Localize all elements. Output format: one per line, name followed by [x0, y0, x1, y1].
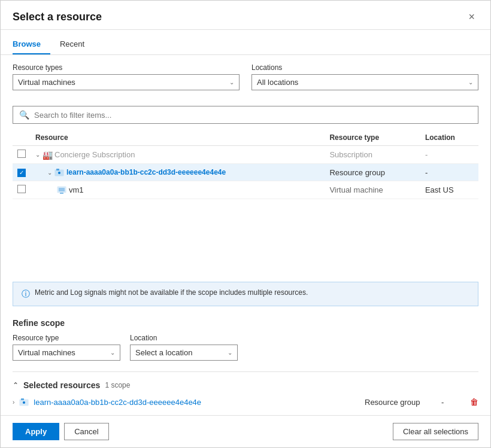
collapse-icon[interactable]: ⌃ — [13, 381, 19, 389]
filters-row: Resource types Virtual machines ⌄ Locati… — [13, 63, 478, 90]
resource-group-icon — [19, 397, 29, 407]
resource-type-cell: Resource group — [325, 164, 420, 181]
dialog-body: Browse Recent Resource types Virtual mac… — [1, 30, 490, 415]
resource-name-cell: ⌄ 🏭 Concierge Subscription — [31, 146, 325, 164]
svg-point-2 — [58, 172, 60, 174]
dialog-title: Select a resource — [13, 11, 102, 23]
dialog-footer: Apply Cancel Clear all selections — [1, 415, 490, 447]
filters-section: Resource types Virtual machines ⌄ Locati… — [1, 55, 490, 106]
info-banner: ⓘ Metric and Log signals might not be av… — [13, 282, 478, 306]
refine-resource-type-value: Virtual machines — [18, 348, 75, 357]
svg-rect-5 — [59, 188, 65, 191]
locations-dropdown[interactable]: All locations ⌄ — [251, 74, 478, 90]
refine-resource-type-chevron-icon: ⌄ — [110, 349, 115, 356]
footer-left-buttons: Apply Cancel — [13, 423, 109, 440]
cancel-button[interactable]: Cancel — [64, 423, 108, 440]
row-checkbox[interactable] — [17, 169, 26, 177]
resource-cell: ⌄ 🏭 Concierge Subscription — [35, 150, 320, 160]
selected-resources-header: ⌃ Selected resources 1 scope — [13, 380, 478, 390]
refine-location-filter: Location Select a location ⌄ — [130, 334, 238, 361]
row-checkbox[interactable] — [17, 185, 26, 193]
resource-name-cell: ⌄ learn-aaaa0a0a-bb1b-cc2c-dd3d-eeeeee4e… — [31, 164, 325, 181]
locations-label: Locations — [251, 63, 478, 72]
resource-col-header: Resource — [31, 130, 325, 146]
close-button[interactable]: × — [465, 10, 478, 23]
resource-cell: ⌄ learn-aaaa0a0a-bb1b-cc2c-dd3d-eeeeee4e… — [35, 167, 320, 177]
tab-browse[interactable]: Browse — [13, 35, 50, 54]
checkbox-col-header — [13, 130, 31, 146]
svg-rect-4 — [60, 193, 63, 194]
row-checkbox[interactable] — [17, 150, 26, 158]
search-input[interactable] — [34, 111, 472, 120]
resource-types-filter: Resource types Virtual machines ⌄ — [13, 63, 240, 90]
resource-name: Concierge Subscription — [54, 150, 135, 159]
location-cell: - — [420, 146, 478, 164]
clear-all-button[interactable]: Clear all selections — [393, 423, 478, 440]
refine-resource-type-dropdown[interactable]: Virtual machines ⌄ — [13, 345, 120, 361]
location-cell: - — [420, 164, 478, 181]
table-header-row: Resource Resource type Location — [13, 130, 478, 146]
refine-scope-title: Refine scope — [13, 318, 478, 328]
apply-button[interactable]: Apply — [13, 423, 59, 440]
row-checkbox-cell[interactable] — [13, 164, 31, 181]
table-container: Resource Resource type Location ⌄ — [1, 130, 490, 199]
row-checkbox-cell[interactable] — [13, 181, 31, 199]
selected-resource-type: Resource group — [365, 398, 437, 407]
resources-table: Resource Resource type Location ⌄ — [13, 130, 478, 199]
expand-icon: ⌄ — [35, 151, 40, 158]
location-col-header: Location — [420, 130, 478, 146]
resource-type-cell: Virtual machine — [325, 181, 420, 199]
scope-badge: 1 scope — [105, 381, 130, 389]
locations-value: All locations — [257, 78, 298, 87]
resource-name-cell: vm1 — [31, 181, 325, 199]
refine-location-label: Location — [130, 334, 238, 342]
select-resource-dialog: Select a resource × Browse Recent Resour… — [0, 0, 491, 448]
tab-recent[interactable]: Recent — [60, 35, 94, 54]
refine-location-chevron-icon: ⌄ — [228, 349, 232, 356]
delete-selected-resource-icon[interactable]: 🗑 — [470, 397, 478, 407]
resource-cell: vm1 — [35, 185, 320, 195]
resource-type-cell: Subscription — [325, 146, 420, 164]
refine-resource-type-label: Resource type — [13, 334, 120, 342]
table-row: vm1 Virtual machine East US — [13, 181, 478, 199]
selected-resources-title: Selected resources — [23, 380, 100, 390]
table-row: ⌄ 🏭 Concierge Subscription Subscription … — [13, 146, 478, 164]
info-message: Metric and Log signals might not be avai… — [35, 288, 308, 297]
search-icon: 🔍 — [19, 110, 29, 120]
resource-types-value: Virtual machines — [18, 78, 75, 87]
refine-filters-row: Resource type Virtual machines ⌄ Locatio… — [13, 334, 478, 361]
resource-types-label: Resource types — [13, 63, 240, 72]
locations-chevron-icon: ⌄ — [468, 79, 473, 86]
selected-resources-section: ⌃ Selected resources 1 scope › learn-aaa… — [1, 374, 490, 415]
divider — [13, 371, 478, 372]
refine-location-value: Select a location — [135, 348, 192, 357]
search-box: 🔍 — [13, 106, 478, 124]
svg-rect-7 — [21, 398, 24, 400]
locations-filter: Locations All locations ⌄ — [251, 63, 478, 90]
resource-name: vm1 — [69, 185, 84, 194]
svg-rect-1 — [56, 169, 59, 170]
expand-icon[interactable]: › — [13, 399, 14, 406]
selected-resource-row: › learn-aaaa0a0a-bb1b-cc2c-dd3d-eeeeee4e… — [13, 395, 478, 409]
resource-group-icon — [54, 167, 64, 177]
table-row: ⌄ learn-aaaa0a0a-bb1b-cc2c-dd3d-eeeeee4e… — [13, 164, 478, 181]
resource-type-col-header: Resource type — [325, 130, 420, 146]
selected-resource-location: - — [441, 398, 465, 407]
refine-scope-section: Refine scope Resource type Virtual machi… — [1, 312, 490, 369]
svg-point-8 — [23, 401, 25, 404]
empty-space — [1, 199, 490, 276]
resource-types-chevron-icon: ⌄ — [229, 79, 234, 86]
tabs-container: Browse Recent — [1, 35, 490, 55]
vm-icon — [57, 185, 66, 195]
expand-icon: ⌄ — [47, 169, 52, 176]
info-icon: ⓘ — [22, 289, 30, 300]
refine-resource-type-filter: Resource type Virtual machines ⌄ — [13, 334, 120, 361]
selected-resource-name: learn-aaaa0a0a-bb1b-cc2c-dd3d-eeeeee4e4e… — [34, 398, 360, 407]
subscription-icon: 🏭 — [43, 150, 52, 160]
dialog-header: Select a resource × — [1, 1, 490, 30]
resource-types-dropdown[interactable]: Virtual machines ⌄ — [13, 74, 240, 90]
refine-location-dropdown[interactable]: Select a location ⌄ — [130, 345, 238, 361]
row-checkbox-cell[interactable] — [13, 146, 31, 164]
resource-name: learn-aaaa0a0a-bb1b-cc2c-dd3d-eeeeee4e4e… — [66, 168, 226, 176]
location-cell: East US — [420, 181, 478, 199]
